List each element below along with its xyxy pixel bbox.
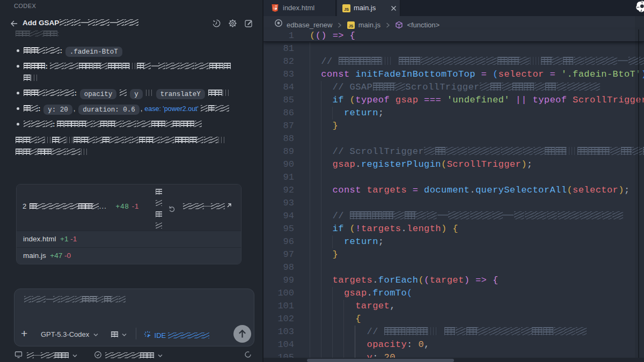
svg-text:JS: JS: [344, 7, 349, 12]
svg-text:JS: JS: [348, 24, 353, 28]
